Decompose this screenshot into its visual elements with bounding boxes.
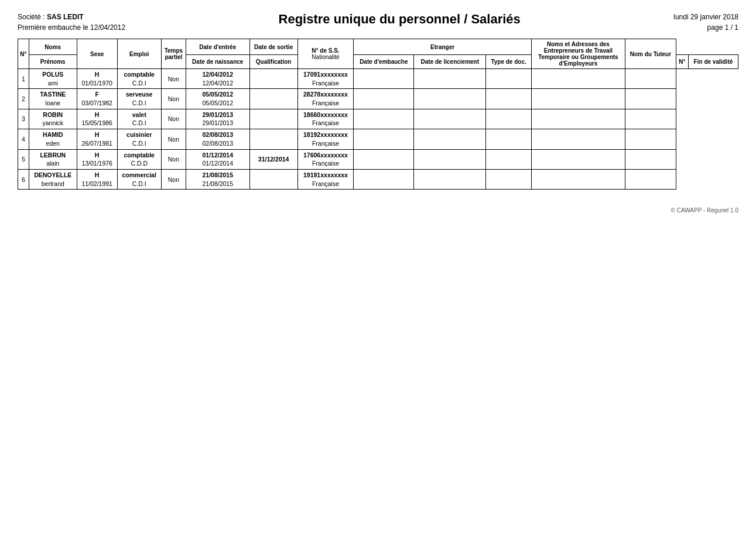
cell-date-entree-embauche: 02/08/201302/08/2013	[186, 129, 249, 149]
col-temps-partiel: Tempspartiel	[161, 39, 186, 69]
cell-temps-partiel: Non	[161, 149, 186, 169]
col-prenoms: Prénoms	[29, 55, 77, 69]
date-info: lundi 29 janvier 2018 page 1 / 1	[673, 12, 738, 33]
table-row: 2TASTINEloaneF03/07/1982serveuseC.D.INon…	[18, 89, 738, 109]
cell-type-doc	[354, 149, 414, 169]
cell-num: 4	[18, 129, 29, 149]
cell-type-doc	[354, 109, 414, 129]
cell-nom-tuteur	[625, 149, 676, 169]
cell-num: 1	[18, 69, 29, 89]
cell-emploi-qualification: commercialC.D.I	[117, 169, 161, 189]
page-header: Société : SAS LEDIT Première embauche le…	[18, 12, 738, 33]
cell-nss-nationalite: 17606xxxxxxxxFrançaise	[297, 149, 354, 169]
company-name: SAS LEDIT	[47, 13, 84, 21]
cell-nom-prenom: LEBRUNalain	[29, 149, 77, 169]
col-etranger-group: Etranger	[354, 39, 532, 55]
cell-emploi-qualification: cuisinierC.D.I	[117, 129, 161, 149]
col-emploi: Emploi	[117, 39, 161, 69]
cell-temps-partiel: Non	[161, 129, 186, 149]
cell-date-entree-embauche: 01/12/201401/12/2014	[186, 149, 249, 169]
first-embauche: Première embauche le 12/04/2012	[18, 22, 125, 33]
col-date-naissance: Date de naissance	[186, 55, 249, 69]
cell-date-sortie-licenciement	[249, 169, 297, 189]
col-num-etranger: N°	[676, 55, 688, 69]
cell-noms-adresses	[531, 89, 625, 109]
cell-date-sortie-licenciement	[249, 129, 297, 149]
cell-num-etranger	[414, 169, 486, 189]
page-number: page 1 / 1	[673, 22, 738, 33]
cell-nom-tuteur	[625, 69, 676, 89]
cell-fin-validite	[486, 89, 532, 109]
cell-date-entree-embauche: 12/04/201212/04/2012	[186, 69, 249, 89]
cell-nom-prenom: POLUSami	[29, 69, 77, 89]
print-date: lundi 29 janvier 2018	[673, 12, 738, 22]
cell-date-entree-embauche: 29/01/201329/01/2013	[186, 109, 249, 129]
cell-temps-partiel: Non	[161, 89, 186, 109]
cell-noms-adresses	[531, 169, 625, 189]
cell-sexe-datenaissance: H15/05/1986	[77, 109, 117, 129]
cell-sexe-datenaissance: H13/01/1976	[77, 149, 117, 169]
cell-fin-validite	[486, 169, 532, 189]
cell-emploi-qualification: comptableC.D.D	[117, 149, 161, 169]
col-nom-tuteur: Nom du Tuteur	[625, 39, 676, 69]
cell-nss-nationalite: 28278xxxxxxxxFrançaise	[297, 89, 354, 109]
table-row: 3ROBINyannickH15/05/1986valetC.D.INon29/…	[18, 109, 738, 129]
cell-fin-validite	[486, 129, 532, 149]
cell-num: 5	[18, 149, 29, 169]
cell-sexe-datenaissance: H26/07/1981	[77, 129, 117, 149]
table-body: 1POLUSamiH01/01/1970comptableC.D.INon12/…	[18, 69, 738, 190]
cell-noms-adresses	[531, 149, 625, 169]
cell-num-etranger	[414, 109, 486, 129]
table-row: 1POLUSamiH01/01/1970comptableC.D.INon12/…	[18, 69, 738, 89]
cell-nom-tuteur	[625, 89, 676, 109]
cell-emploi-qualification: valetC.D.I	[117, 109, 161, 129]
col-qualification: Qualification	[249, 55, 297, 69]
cell-fin-validite	[486, 149, 532, 169]
cell-nom-prenom: DENOYELLEbertrand	[29, 169, 77, 189]
col-sexe: Sexe	[77, 39, 117, 69]
col-date-embauche: Date d'embauche	[354, 55, 414, 69]
document-title: Registre unique du personnel / Salariés	[125, 12, 673, 27]
cell-date-sortie-licenciement	[249, 69, 297, 89]
col-type-doc: Type de doc.	[486, 55, 532, 69]
table-row: 6DENOYELLEbertrandH11/02/1991commercialC…	[18, 169, 738, 189]
table-header-row-1: N° Noms Sexe Emploi Tempspartiel Date d'…	[18, 39, 738, 55]
company-info: Société : SAS LEDIT Première embauche le…	[18, 12, 125, 33]
cell-date-sortie-licenciement: 31/12/2014	[249, 149, 297, 169]
cell-nom-prenom: HAMIDeden	[29, 129, 77, 149]
cell-sexe-datenaissance: H01/01/1970	[77, 69, 117, 89]
cell-emploi-qualification: comptableC.D.I	[117, 69, 161, 89]
cell-noms-adresses	[531, 69, 625, 89]
col-fin-validite: Fin de validité	[688, 55, 738, 69]
cell-sexe-datenaissance: F03/07/1982	[77, 89, 117, 109]
cell-num-etranger	[414, 89, 486, 109]
cell-nss-nationalite: 17091xxxxxxxxFrançaise	[297, 69, 354, 89]
cell-nss-nationalite: 18660xxxxxxxxFrançaise	[297, 109, 354, 129]
cell-type-doc	[354, 129, 414, 149]
cell-num: 2	[18, 89, 29, 109]
cell-temps-partiel: Non	[161, 109, 186, 129]
col-date-entree: Date d'entrée	[186, 39, 249, 55]
cell-num-etranger	[414, 129, 486, 149]
cell-date-entree-embauche: 21/08/201521/08/2015	[186, 169, 249, 189]
cell-num: 6	[18, 169, 29, 189]
cell-date-sortie-licenciement	[249, 89, 297, 109]
cell-nss-nationalite: 18192xxxxxxxxFrançaise	[297, 129, 354, 149]
cell-noms-adresses	[531, 129, 625, 149]
col-date-licenciement: Date de licenciement	[414, 55, 486, 69]
cell-type-doc	[354, 169, 414, 189]
cell-temps-partiel: Non	[161, 169, 186, 189]
col-date-sortie: Date de sortie	[249, 39, 297, 55]
cell-nom-tuteur	[625, 129, 676, 149]
table-row: 4HAMIDedenH26/07/1981cuisinierC.D.INon02…	[18, 129, 738, 149]
cell-type-doc	[354, 89, 414, 109]
cell-fin-validite	[486, 69, 532, 89]
cell-date-sortie-licenciement	[249, 109, 297, 129]
cell-nss-nationalite: 19191xxxxxxxxFrançaise	[297, 169, 354, 189]
footer-text: © CAWAPP - Regunel 1.0	[671, 207, 738, 214]
company-label: Société : SAS LEDIT	[18, 12, 125, 22]
cell-nom-prenom: TASTINEloane	[29, 89, 77, 109]
personnel-table: N° Noms Sexe Emploi Tempspartiel Date d'…	[18, 39, 738, 190]
cell-nom-tuteur	[625, 169, 676, 189]
cell-type-doc	[354, 69, 414, 89]
